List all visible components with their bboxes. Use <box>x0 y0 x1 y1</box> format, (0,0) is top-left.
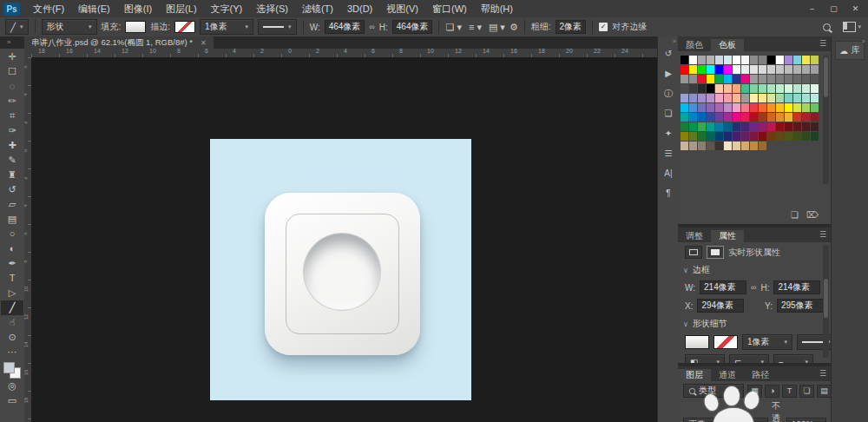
swatch[interactable] <box>689 103 697 112</box>
swatch[interactable] <box>707 94 714 102</box>
swatch[interactable] <box>767 84 775 93</box>
swatch[interactable] <box>776 65 784 74</box>
dodge-tool[interactable]: ◐ <box>1 241 23 256</box>
swatch[interactable] <box>698 122 706 131</box>
brush-tool[interactable]: ✎ <box>1 153 23 168</box>
swatch[interactable] <box>785 84 792 93</box>
swatch[interactable] <box>793 113 801 122</box>
swatch[interactable] <box>759 122 766 131</box>
swatch[interactable] <box>811 65 819 74</box>
menu-view[interactable]: 视图(V) <box>379 0 425 17</box>
prop-h-input[interactable]: 214像素 <box>773 280 820 294</box>
quick-selection-tool[interactable]: ✏ <box>1 94 23 109</box>
link-dimensions-icon[interactable]: ∞ <box>751 283 756 292</box>
swatch[interactable] <box>741 113 749 122</box>
swatch[interactable] <box>793 94 801 102</box>
swatch[interactable] <box>785 56 792 64</box>
swatch[interactable] <box>793 122 801 131</box>
shape-stroke-width-dropdown[interactable]: 1像素 ▾ <box>742 334 792 350</box>
swatch[interactable] <box>802 75 810 83</box>
swatch[interactable] <box>698 113 706 122</box>
swatch[interactable] <box>785 75 792 83</box>
swatch[interactable] <box>707 65 714 74</box>
swatch[interactable] <box>759 56 766 64</box>
swatch[interactable] <box>767 94 775 102</box>
minimize-button[interactable]: – <box>801 0 823 17</box>
swatch[interactable] <box>707 122 714 131</box>
swatch[interactable] <box>681 122 688 131</box>
swatch[interactable] <box>698 103 706 112</box>
tab-color[interactable]: 颜色 <box>678 39 711 51</box>
swatch[interactable] <box>707 103 714 112</box>
pen-tool[interactable]: ✒ <box>1 256 23 271</box>
swatch[interactable] <box>776 75 784 83</box>
prop-x-input[interactable]: 294像素 <box>697 299 744 313</box>
swatch[interactable] <box>793 132 801 141</box>
swatch[interactable] <box>776 122 784 131</box>
swatch[interactable] <box>681 103 688 112</box>
swatch[interactable] <box>733 84 740 93</box>
swatch[interactable] <box>802 103 810 112</box>
swatch[interactable] <box>681 94 688 102</box>
eraser-tool[interactable]: ▱ <box>1 197 23 212</box>
swatch[interactable] <box>802 132 810 141</box>
swatch[interactable] <box>681 65 688 74</box>
swatch[interactable] <box>759 94 766 102</box>
document-canvas[interactable] <box>210 139 471 400</box>
swatch[interactable] <box>733 142 740 150</box>
swatch[interactable] <box>715 84 723 93</box>
swatch[interactable] <box>698 65 706 74</box>
tab-paths[interactable]: 路径 <box>744 369 777 381</box>
swatch[interactable] <box>759 84 766 93</box>
swatch[interactable] <box>741 122 749 131</box>
collapse-caret-icon[interactable]: ∨ <box>683 320 688 328</box>
swatch[interactable] <box>715 65 723 74</box>
swatch[interactable] <box>750 94 758 102</box>
swatch[interactable] <box>793 56 801 64</box>
swatch[interactable] <box>750 103 758 112</box>
close-button[interactable]: ✕ <box>845 0 866 17</box>
swatch[interactable] <box>698 56 706 64</box>
swatch[interactable] <box>802 56 810 64</box>
stroke-width-dropdown[interactable]: 1像素 ▾ <box>200 19 253 35</box>
swatch[interactable] <box>681 84 688 93</box>
tools-collapse-icon[interactable]: » <box>7 38 10 46</box>
info-panel-icon[interactable]: ⓘ <box>659 87 678 100</box>
dock-expand-icon[interactable]: » <box>862 38 865 44</box>
swatch[interactable] <box>802 84 810 93</box>
swatch[interactable] <box>776 94 784 102</box>
swatch[interactable] <box>689 113 697 122</box>
swatch[interactable] <box>698 75 706 83</box>
menu-layer[interactable]: 图层(L) <box>159 0 203 17</box>
menu-filter[interactable]: 滤镜(T) <box>295 0 340 17</box>
tab-swatches[interactable]: 色板 <box>711 39 744 51</box>
swatch[interactable] <box>741 84 749 93</box>
swatch[interactable] <box>715 75 723 83</box>
move-tool[interactable]: ✛ <box>1 49 23 64</box>
toolbar-ellipsis[interactable]: ⋯ <box>1 345 23 359</box>
swatch[interactable] <box>767 75 775 83</box>
menu-help[interactable]: 帮助(H) <box>474 0 520 17</box>
libraries-tab[interactable]: ☁ 库 <box>835 41 865 60</box>
tool-preset-dropdown[interactable]: ╱ ▾ <box>5 19 29 35</box>
shape-props-icon[interactable] <box>685 246 702 259</box>
swatch[interactable] <box>767 122 775 131</box>
swatch[interactable] <box>715 142 723 150</box>
quick-mask-button[interactable]: ◎ <box>1 379 23 393</box>
stroke-corners-dropdown[interactable]: ⌐▾ <box>773 354 813 363</box>
swatch[interactable] <box>793 103 801 112</box>
libraries-panel-icon[interactable]: ❏ <box>659 107 678 120</box>
swatch[interactable] <box>733 113 740 122</box>
gear-icon[interactable]: ⚙ <box>510 22 518 33</box>
panel-menu-icon[interactable]: ☰ <box>819 230 826 239</box>
swatch[interactable] <box>767 65 775 74</box>
swatch[interactable] <box>689 84 697 93</box>
swatch[interactable] <box>698 142 706 150</box>
foreground-color-swatch[interactable] <box>3 362 15 373</box>
swatch[interactable] <box>776 56 784 64</box>
filter-type-icon[interactable]: T <box>782 385 797 398</box>
swatch[interactable] <box>689 142 697 150</box>
menu-window[interactable]: 窗口(W) <box>425 0 474 17</box>
swatch[interactable] <box>689 94 697 102</box>
filter-adjustment-icon[interactable]: ◑ <box>765 385 779 398</box>
